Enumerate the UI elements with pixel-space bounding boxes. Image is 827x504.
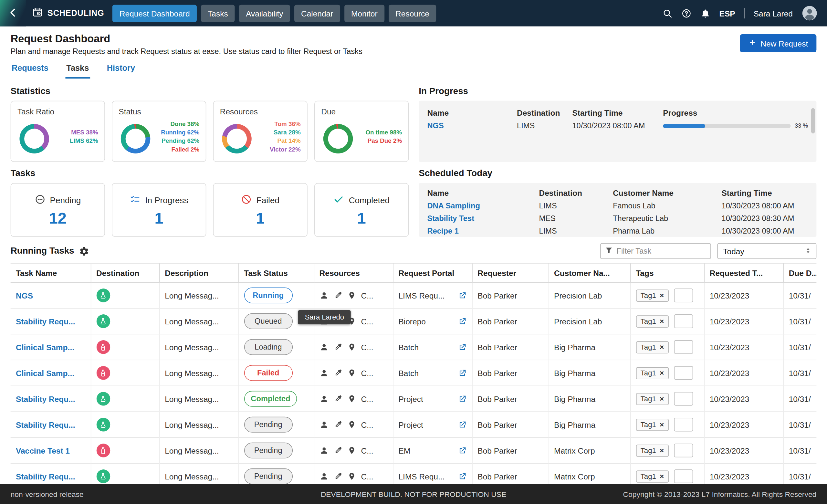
back-button[interactable]	[0, 0, 26, 27]
external-link-icon[interactable]	[457, 343, 467, 352]
requester: Bob Parker	[472, 283, 548, 308]
locale-selector[interactable]: ESP	[719, 9, 735, 18]
tab[interactable]: Requests	[11, 60, 49, 79]
task-name-link[interactable]: NGS	[427, 121, 444, 130]
assignee-icon[interactable]	[320, 368, 329, 377]
remove-tag-icon[interactable]: ×	[660, 395, 664, 403]
task-name-link[interactable]: Stability Requ...	[16, 420, 75, 429]
location-icon[interactable]	[347, 343, 356, 351]
external-link-icon[interactable]	[457, 368, 467, 377]
pipette-icon[interactable]	[334, 446, 342, 455]
date-range-select[interactable]: Today	[717, 243, 816, 259]
scrollbar-thumb[interactable]	[811, 108, 815, 134]
portal-name: Batch	[398, 368, 419, 377]
table-header-row: Task Name Destination Description Task S…	[11, 264, 817, 283]
external-link-icon[interactable]	[457, 317, 467, 326]
pipette-icon[interactable]	[334, 395, 342, 403]
external-link-icon[interactable]	[457, 394, 467, 403]
pipette-icon[interactable]	[334, 369, 342, 377]
status-badge: Failed	[244, 365, 292, 381]
tab[interactable]: History	[106, 60, 136, 79]
location-icon[interactable]	[347, 395, 356, 403]
chart-legend: Done 38%Running 62%Pending 62%Failed 2%	[161, 117, 199, 156]
customer-name: Big Pharma	[548, 360, 630, 386]
task-summary-cards: Pending 12 In Progress 1	[11, 183, 409, 237]
progress-label: 33 %	[795, 120, 808, 131]
tag-input[interactable]	[674, 289, 693, 302]
gear-icon[interactable]	[79, 246, 89, 256]
external-link-icon[interactable]	[457, 291, 467, 300]
remove-tag-icon[interactable]: ×	[660, 292, 664, 299]
pending-icon	[35, 194, 45, 206]
customer-name: Famous Lab	[613, 199, 721, 212]
help-icon[interactable]	[681, 8, 691, 18]
remove-tag-icon[interactable]: ×	[660, 447, 664, 454]
assignee-icon[interactable]	[320, 343, 329, 352]
assignee-icon[interactable]	[320, 446, 329, 455]
tag-input[interactable]	[674, 314, 693, 328]
due-date: 10/31/	[783, 308, 816, 334]
table-row: Stability Requ... Long Messag... Complet…	[11, 386, 817, 412]
pipette-icon[interactable]	[334, 343, 342, 351]
nav-item[interactable]: Availability	[239, 4, 290, 22]
task-name-link[interactable]: Stability Requ...	[16, 317, 75, 326]
nav-item[interactable]: Calendar	[294, 4, 340, 22]
pipette-icon[interactable]	[334, 291, 342, 300]
avatar[interactable]	[802, 5, 818, 21]
location-icon[interactable]	[347, 472, 356, 481]
nav-item[interactable]: Tasks	[201, 4, 235, 22]
task-name-link[interactable]: Stability Requ...	[16, 394, 75, 403]
notifications-icon[interactable]	[700, 8, 711, 18]
location-icon[interactable]	[347, 369, 356, 377]
remove-tag-icon[interactable]: ×	[660, 369, 664, 377]
task-name-link[interactable]: Clinical Samp...	[16, 368, 74, 377]
assignee-icon[interactable]	[320, 291, 329, 300]
new-request-button[interactable]: New Request	[740, 34, 817, 52]
legend-item: Failed 2%	[161, 145, 199, 153]
completed-filter-card[interactable]: Completed 1	[314, 183, 409, 237]
task-name-link[interactable]: Stability Test	[427, 214, 474, 222]
task-name-link[interactable]: NGS	[16, 291, 33, 300]
remove-tag-icon[interactable]: ×	[660, 317, 664, 325]
external-link-icon[interactable]	[457, 446, 467, 455]
task-name-link[interactable]: Clinical Samp...	[16, 343, 74, 352]
resources-text: C...	[361, 446, 374, 455]
assignee-icon[interactable]	[320, 394, 329, 403]
nav-item[interactable]: Request Dashboard	[113, 4, 197, 22]
tag-input[interactable]	[674, 392, 693, 405]
tag-input[interactable]	[674, 418, 693, 431]
nav-item[interactable]: Resource	[389, 4, 436, 22]
external-link-icon[interactable]	[457, 420, 467, 429]
requester: Bob Parker	[472, 334, 548, 360]
tab[interactable]: Tasks	[65, 60, 90, 79]
pipette-icon[interactable]	[334, 472, 342, 481]
remove-tag-icon[interactable]: ×	[660, 343, 664, 351]
tag-input[interactable]	[674, 444, 693, 457]
tag-label: Tag1	[641, 395, 656, 403]
filter-task-input[interactable]	[617, 247, 707, 255]
assignee-icon[interactable]	[320, 472, 329, 481]
pending-filter-card[interactable]: Pending 12	[11, 183, 105, 237]
tag-input[interactable]	[674, 469, 693, 483]
pipette-icon[interactable]	[334, 420, 342, 429]
search-icon[interactable]	[662, 8, 672, 18]
location-icon[interactable]	[347, 291, 356, 300]
starting-time: 10/30/2023 08:00 AM	[572, 119, 663, 132]
location-icon[interactable]	[347, 446, 356, 455]
tag-input[interactable]	[674, 366, 693, 380]
task-description: Long Messag...	[159, 412, 238, 438]
nav-item[interactable]: Monitor	[344, 4, 384, 22]
task-name-link[interactable]: Vaccine Test 1	[16, 446, 70, 455]
tag-input[interactable]	[674, 340, 693, 354]
remove-tag-icon[interactable]: ×	[660, 473, 664, 480]
external-link-icon[interactable]	[457, 472, 467, 481]
failed-filter-card[interactable]: Failed 1	[213, 183, 307, 237]
remove-tag-icon[interactable]: ×	[660, 421, 664, 429]
location-icon[interactable]	[347, 420, 356, 429]
task-name-link[interactable]: DNA Sampling	[427, 202, 480, 210]
task-name-link[interactable]: Stability Requ...	[16, 472, 75, 481]
task-name-link[interactable]: Recipe 1	[427, 227, 458, 235]
assignee-icon[interactable]	[320, 420, 329, 429]
in-progress-filter-card[interactable]: In Progress 1	[112, 183, 206, 237]
status-donut-chart	[121, 124, 150, 153]
